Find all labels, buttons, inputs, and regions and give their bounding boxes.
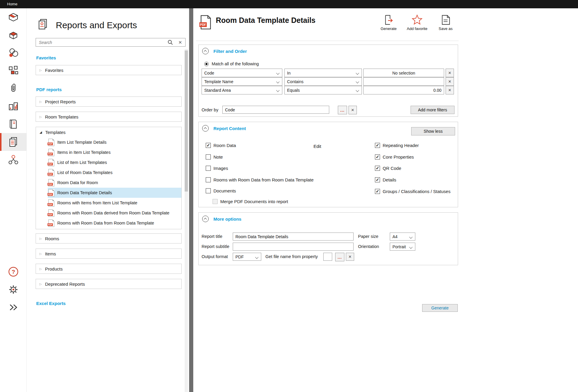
search-icon[interactable]	[165, 39, 175, 45]
qr-code-checkbox[interactable]	[375, 166, 380, 171]
documents-checkbox[interactable]	[206, 188, 211, 193]
filter-field-select[interactable]: Template Name	[202, 77, 282, 86]
report-item-selected[interactable]: Room Data Template Details	[48, 188, 181, 198]
filter-value-field[interactable]	[363, 77, 444, 86]
rooms-with-room-data-checkbox[interactable]	[206, 177, 211, 182]
home-tab[interactable]: Home	[7, 0, 18, 8]
filter-operator-select[interactable]: Equals	[284, 86, 362, 94]
section-header-favorites: Favorites	[36, 55, 182, 61]
merge-pdf-checkbox[interactable]	[213, 199, 218, 204]
report-item[interactable]: List of Room Data Templates	[48, 167, 181, 178]
groups-classifications-checkbox[interactable]	[375, 189, 380, 194]
file-name-property-input[interactable]	[323, 253, 332, 261]
filter-operator-select[interactable]: In	[284, 69, 362, 77]
remove-filter-button[interactable]: ✕	[446, 69, 454, 77]
generate-toolbar-button[interactable]: Generate	[375, 14, 402, 31]
edit-link[interactable]: Edit	[313, 144, 321, 149]
more-icon: …	[340, 108, 345, 113]
group-deprecated-reports[interactable]: ▷ Deprecated Reports	[36, 279, 182, 289]
report-item[interactable]: Rooms with Room Data derived from Room D…	[48, 208, 181, 218]
group-room-templates[interactable]: ▷ Room Templates	[36, 112, 182, 122]
report-title-input[interactable]	[233, 233, 354, 241]
check-groups-classifications: Groups / Classifications / Statuses	[375, 189, 450, 194]
order-by-browse-button[interactable]: …	[338, 106, 347, 114]
search-clear-icon[interactable]: ✕	[175, 40, 185, 45]
search-input[interactable]	[36, 40, 165, 45]
paperclip-icon	[7, 83, 19, 94]
group-favorites[interactable]: ▷ Favorites	[36, 65, 182, 75]
paper-size-select[interactable]: A4	[390, 233, 415, 241]
report-item[interactable]: Rooms with Room Data from Room Data Temp…	[48, 218, 181, 228]
add-more-filters-button[interactable]: Add more filters	[411, 106, 455, 114]
orientation-select[interactable]: Portrait	[390, 243, 415, 251]
rail-item-components[interactable]	[0, 62, 27, 80]
show-less-button[interactable]: Show less	[411, 127, 455, 135]
star-icon	[411, 14, 423, 26]
chevron-right-icon: ▷	[39, 282, 42, 286]
app-window: Home	[0, 0, 578, 392]
rail-item-plan[interactable]	[0, 8, 27, 26]
report-tree: Favorites ▷ Favorites PDF reports ▷ Proj…	[36, 55, 182, 311]
rail-item-building[interactable]	[0, 26, 27, 44]
report-item[interactable]: Items in Item List Templates	[48, 147, 181, 157]
collapse-section-button[interactable]	[202, 216, 209, 222]
clear-order-button[interactable]: ✕	[349, 106, 357, 114]
header-divider	[196, 41, 459, 41]
panel-splitter[interactable]	[189, 8, 193, 392]
rail-item-settings[interactable]	[0, 281, 27, 298]
pdf-file-icon	[48, 189, 54, 197]
room-data-checkbox[interactable]	[206, 143, 211, 148]
rail-item-buildings[interactable]	[0, 97, 27, 115]
filter-operator-select[interactable]: Contains	[284, 77, 362, 86]
details-checkbox[interactable]	[375, 177, 380, 182]
generate-icon	[383, 14, 394, 26]
rail-item-help[interactable]: ?	[0, 263, 27, 281]
rail-item-reports[interactable]	[0, 133, 27, 151]
collapse-section-button[interactable]	[202, 48, 209, 54]
add-favorite-button[interactable]: Add favorite	[404, 14, 430, 31]
order-by-input[interactable]	[222, 106, 329, 114]
group-templates-header[interactable]: ◢ Templates	[36, 127, 181, 137]
note-checkbox[interactable]	[206, 154, 211, 159]
clear-file-name-button[interactable]: ✕	[346, 253, 354, 261]
report-item[interactable]: Rooms with Items from Item List Template	[48, 198, 181, 208]
images-checkbox[interactable]	[206, 166, 211, 171]
group-products[interactable]: ▷ Products	[36, 264, 182, 274]
rail-item-catalog[interactable]	[0, 115, 27, 133]
filter-value-field[interactable]: No selection	[363, 69, 444, 77]
left-panel-scrollbar[interactable]	[185, 49, 188, 392]
report-item[interactable]: Item List Template Details	[48, 137, 181, 147]
group-project-reports[interactable]: ▷ Project Reports	[36, 97, 182, 107]
pdf-file-icon	[48, 159, 54, 166]
remove-filter-button[interactable]: ✕	[446, 86, 454, 94]
generate-button[interactable]: Generate	[422, 304, 458, 312]
match-all-radio[interactable]	[204, 62, 209, 66]
pdf-file-icon	[48, 179, 54, 186]
collapse-section-button[interactable]	[202, 125, 209, 132]
output-format-select[interactable]: PDF	[233, 253, 261, 261]
save-as-button[interactable]: Save as	[432, 14, 459, 31]
core-properties-checkbox[interactable]	[375, 154, 380, 159]
rail-item-expand[interactable]	[0, 298, 27, 316]
report-item[interactable]: List of Item List Templates	[48, 157, 181, 167]
pdf-file-icon	[48, 199, 54, 207]
rail-item-attachments[interactable]	[0, 80, 27, 97]
reports-panel-icon	[37, 18, 49, 31]
close-icon: ✕	[448, 88, 452, 92]
repeating-header-checkbox[interactable]	[375, 143, 380, 148]
group-items[interactable]: ▷ Items	[36, 249, 182, 259]
shapes-icon	[7, 47, 19, 59]
chevron-right-icon: ▷	[39, 267, 42, 271]
filter-value-field[interactable]: 0.00	[363, 86, 444, 94]
remove-filter-button[interactable]: ✕	[446, 77, 454, 86]
filter-field-select[interactable]: Code	[202, 69, 282, 77]
file-name-browse-button[interactable]: …	[335, 253, 344, 261]
rail-item-shapes[interactable]	[0, 44, 27, 62]
report-subtitle-input[interactable]	[233, 243, 354, 251]
filter-field-select[interactable]: Standard Area	[202, 86, 282, 94]
more-options-section: More options Report title Paper size A4 …	[198, 212, 458, 265]
group-rooms[interactable]: ▷ Rooms	[36, 233, 182, 244]
rail-item-network[interactable]	[0, 151, 27, 169]
report-item[interactable]: Room Data for Room	[48, 178, 181, 188]
scrollbar-thumb[interactable]	[185, 50, 188, 192]
